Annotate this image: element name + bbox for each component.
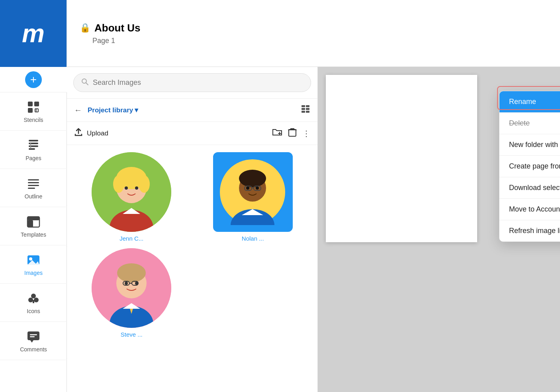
svg-rect-31	[306, 105, 309, 107]
content-area: ← Project library ▾	[67, 67, 560, 392]
svg-rect-16	[27, 220, 33, 227]
grid-view-icon[interactable]	[301, 104, 310, 116]
svg-rect-27	[30, 336, 35, 337]
library-nav: ← Project library ▾	[67, 99, 317, 122]
context-menu-delete[interactable]: Delete	[499, 113, 560, 134]
image-item-nolan[interactable]: Nolan ...	[196, 152, 311, 242]
pages-label: Pages	[25, 155, 41, 161]
upload-label: Upload	[87, 129, 108, 137]
outline-icon	[26, 176, 41, 191]
chevron-down-icon: ▾	[135, 106, 138, 114]
page-subtitle: Page 1	[80, 37, 141, 45]
svg-rect-8	[29, 148, 35, 150]
search-icon	[81, 78, 89, 88]
svg-rect-1	[28, 108, 33, 113]
image-item-steve[interactable]: Steve ...	[74, 248, 189, 338]
svg-point-18	[29, 257, 32, 261]
page-title: About Us	[94, 22, 141, 34]
canvas-page	[326, 75, 477, 242]
svg-point-50	[135, 186, 138, 190]
svg-marker-25	[30, 340, 33, 343]
context-menu-move-account[interactable]: Move to Account library	[499, 199, 560, 220]
svg-rect-33	[306, 108, 309, 110]
add-button[interactable]: +	[0, 67, 67, 92]
sidebar-item-images[interactable]: Images	[0, 245, 67, 284]
image-item-jenn[interactable]: Jenn C...	[74, 152, 189, 242]
svg-point-47	[113, 175, 124, 193]
svg-rect-11	[28, 182, 39, 183]
context-menu-download[interactable]: Download selection	[499, 177, 560, 199]
main-area: 🔒 About Us Page 1	[67, 0, 560, 392]
pages-icon	[26, 138, 41, 153]
svg-rect-13	[28, 188, 35, 189]
svg-rect-5	[29, 140, 38, 141]
svg-rect-6	[29, 143, 38, 144]
sidebar: m + T Stencils Pag	[0, 0, 67, 392]
steve-label: Steve ...	[121, 331, 143, 338]
avatar-jenn	[92, 152, 171, 232]
search-bar	[67, 67, 317, 99]
nolan-label: Nolan ...	[242, 235, 264, 242]
sidebar-item-outline[interactable]: Outline	[0, 169, 67, 207]
sidebar-item-comments[interactable]: Comments	[0, 322, 67, 360]
delete-icon[interactable]	[288, 127, 297, 139]
upload-bar: Upload	[67, 122, 317, 145]
svg-rect-38	[289, 129, 296, 136]
svg-point-48	[139, 175, 150, 193]
context-menu-rename[interactable]: Rename	[499, 91, 560, 113]
comments-icon	[26, 329, 41, 344]
canvas-area: Rename Delete New folder with selection …	[318, 67, 560, 392]
context-menu-create-page[interactable]: Create page from selection	[499, 156, 560, 177]
svg-point-20	[31, 294, 36, 298]
library-link-text: Project library	[88, 106, 133, 114]
sidebar-item-pages[interactable]: Pages	[0, 131, 67, 169]
icons-label: Icons	[27, 308, 40, 314]
svg-line-29	[86, 83, 88, 85]
library-link[interactable]: Project library ▾	[88, 106, 138, 114]
svg-rect-10	[28, 179, 39, 180]
new-folder-icon[interactable]	[272, 128, 282, 139]
more-options-icon[interactable]: ⋮	[302, 129, 310, 138]
sidebar-header: m	[0, 0, 67, 67]
jenn-label: Jenn C...	[119, 235, 143, 242]
svg-point-56	[256, 186, 259, 190]
svg-rect-30	[302, 105, 305, 107]
sidebar-item-icons[interactable]: Icons	[0, 284, 67, 322]
svg-point-64	[125, 282, 128, 285]
svg-rect-24	[27, 331, 39, 340]
outline-label: Outline	[25, 193, 42, 200]
context-menu-refresh[interactable]: Refresh image list	[499, 220, 560, 241]
page-name: 🔒 About Us	[80, 22, 141, 34]
topbar: 🔒 About Us Page 1	[67, 0, 560, 67]
library-panel: ← Project library ▾	[67, 67, 318, 392]
svg-point-22	[34, 298, 39, 302]
svg-point-54	[239, 170, 266, 187]
back-button[interactable]: ←	[74, 106, 82, 115]
sidebar-item-stencils[interactable]: T Stencils	[0, 92, 67, 131]
svg-rect-0	[28, 102, 33, 106]
svg-rect-23	[33, 300, 34, 303]
search-wrapper[interactable]	[73, 73, 311, 92]
sidebar-item-templates[interactable]: Templates	[0, 207, 67, 245]
svg-rect-34	[302, 111, 305, 113]
images-grid: Jenn C...	[67, 145, 317, 345]
avatar-steve	[92, 248, 171, 328]
library-nav-left: ← Project library ▾	[74, 106, 138, 115]
images-label: Images	[24, 270, 43, 276]
search-input[interactable]	[93, 78, 303, 87]
lock-icon: 🔒	[80, 23, 90, 33]
svg-text:T: T	[35, 108, 37, 113]
templates-label: Templates	[21, 231, 46, 238]
templates-icon	[26, 215, 41, 229]
stencils-icon: T	[26, 100, 41, 114]
svg-rect-32	[302, 108, 305, 110]
stencils-label: Stencils	[23, 117, 43, 123]
svg-rect-2	[34, 102, 39, 106]
upload-button[interactable]: Upload	[74, 128, 108, 139]
svg-rect-9	[30, 143, 31, 149]
svg-point-21	[28, 298, 33, 302]
context-menu-new-folder[interactable]: New folder with selection	[499, 134, 560, 156]
svg-rect-15	[27, 217, 39, 220]
topbar-title: 🔒 About Us Page 1	[80, 22, 141, 45]
svg-rect-26	[30, 334, 37, 335]
